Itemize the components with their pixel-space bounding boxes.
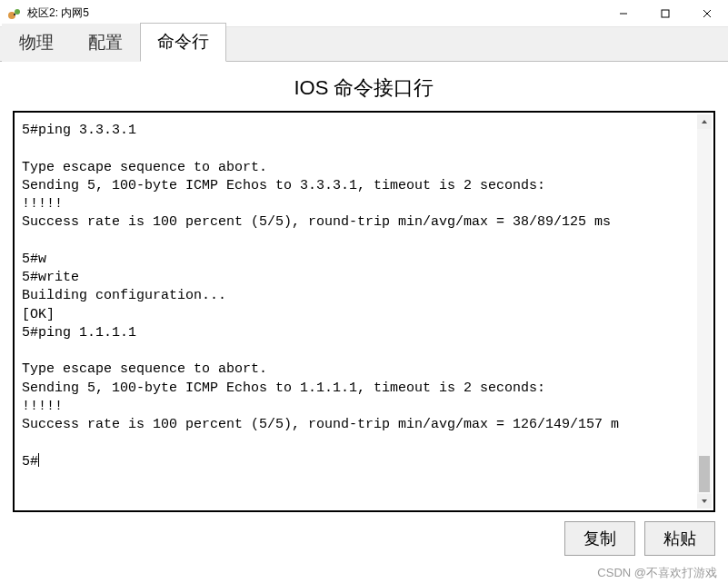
terminal-text: 5#ping 3.3.3.1 Type escape sequence to a… bbox=[22, 123, 619, 469]
button-row: 复制 粘贴 bbox=[13, 521, 715, 556]
content-area: IOS 命令接口行 5#ping 3.3.3.1 Type escape seq… bbox=[0, 62, 728, 565]
terminal-scrollbar[interactable] bbox=[697, 114, 712, 509]
terminal-cursor bbox=[38, 453, 39, 467]
svg-rect-2 bbox=[14, 14, 15, 15]
svg-rect-4 bbox=[662, 10, 669, 17]
watermark: CSDN @不喜欢打游戏 bbox=[597, 565, 717, 581]
window-title: 校区2: 内网5 bbox=[27, 5, 89, 21]
tab-config[interactable]: 配置 bbox=[71, 24, 140, 62]
terminal-frame: 5#ping 3.3.3.1 Type escape sequence to a… bbox=[13, 111, 715, 512]
paste-button[interactable]: 粘贴 bbox=[644, 521, 715, 556]
svg-marker-8 bbox=[702, 499, 707, 503]
copy-button[interactable]: 复制 bbox=[564, 521, 635, 556]
scroll-track[interactable] bbox=[697, 129, 712, 494]
tabbar: 物理 配置 命令行 bbox=[0, 27, 728, 62]
tab-physical[interactable]: 物理 bbox=[2, 24, 71, 62]
scroll-up-arrow[interactable] bbox=[697, 114, 712, 129]
maximize-button[interactable] bbox=[644, 0, 686, 27]
scroll-thumb[interactable] bbox=[699, 456, 710, 492]
minimize-button[interactable] bbox=[603, 0, 644, 27]
scroll-down-arrow[interactable] bbox=[697, 494, 712, 509]
close-button[interactable] bbox=[686, 0, 728, 27]
app-icon bbox=[7, 6, 22, 21]
svg-marker-7 bbox=[702, 120, 707, 124]
page-title: IOS 命令接口行 bbox=[13, 74, 715, 102]
terminal-output[interactable]: 5#ping 3.3.3.1 Type escape sequence to a… bbox=[22, 122, 708, 501]
tab-cli[interactable]: 命令行 bbox=[140, 23, 226, 62]
